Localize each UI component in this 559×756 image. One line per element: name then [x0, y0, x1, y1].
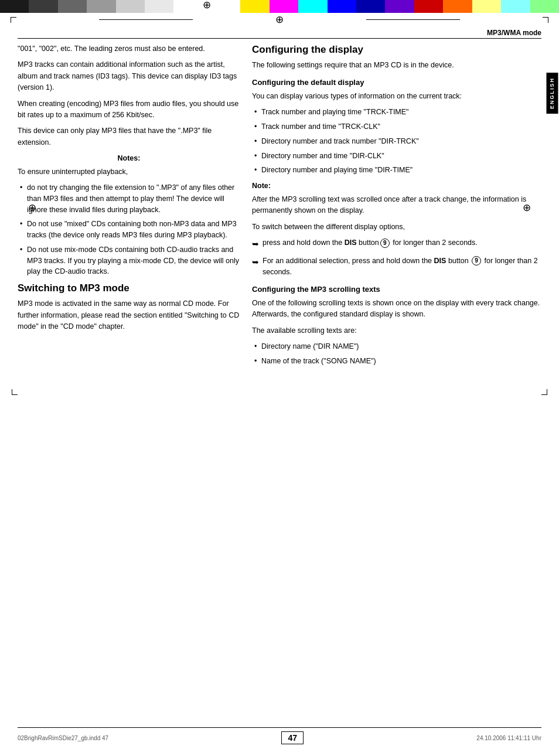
- display-item-4: Directory number and time "DIR-CLK": [252, 151, 541, 162]
- arrow-text-2-after: button: [446, 257, 471, 265]
- cb-red: [414, 0, 443, 13]
- para-id3-tags: MP3 tracks can contain additional inform…: [18, 59, 240, 93]
- scroll-para2: The available scrolling texts are:: [252, 325, 541, 336]
- cb-cyan: [298, 0, 327, 13]
- cb-lightgreen: [530, 0, 559, 13]
- display-item-5: Directory number and playing time "DIR-T…: [252, 165, 541, 176]
- page-header: MP3/WMA mode: [18, 26, 541, 39]
- sub-heading-scrolling-texts: Configuring the MP3 scrolling texts: [252, 284, 541, 295]
- footer: 02BrighRavRimSDie27_gb.indd 47 47 24.10.…: [18, 727, 541, 744]
- cb-yellow: [240, 0, 269, 13]
- note-text: After the MP3 scrolling text was scrolle…: [252, 194, 541, 217]
- cb-black: [0, 0, 29, 13]
- cb-silver: [87, 0, 115, 13]
- color-bar: ⊕: [0, 0, 559, 13]
- arrow-icon-1: ➥: [252, 238, 259, 251]
- main-content-area: ⊕ ⊕ "001", "002", etc. The leading zeros…: [18, 43, 541, 372]
- corner-tr-mark: [543, 17, 548, 23]
- top-line-left: [99, 19, 193, 21]
- scroll-item-2: Name of the track ("SONG NAME"): [252, 356, 541, 367]
- main-heading: Configuring the display: [252, 43, 541, 56]
- left-column: "001", "002", etc. The leading zeros mus…: [18, 43, 240, 372]
- arrow-text-1-after: button: [357, 239, 379, 247]
- notes-section: Notes: To ensure uninterrupted playback,…: [18, 153, 240, 277]
- cb-darkblue: [356, 0, 385, 13]
- scroll-item-1: Directory name ("DIR NAME"): [252, 341, 541, 352]
- footer-left-text: 02BrighRavRimSDie27_gb.indd 47: [18, 735, 108, 741]
- display-item-1: Track number and playing time "TRCK-TIME…: [252, 107, 541, 118]
- note-item-1: do not try changing the file extension t…: [18, 182, 240, 215]
- display-item-3: Directory number and track number "DIR-T…: [252, 136, 541, 147]
- cb-orange: [443, 0, 472, 13]
- cb-purple: [385, 0, 414, 13]
- top-line-right: [366, 19, 460, 21]
- arrow-text-2-before: For an additional selection, press and h…: [263, 257, 434, 265]
- cb-lightyellow: [472, 0, 501, 13]
- note-item-2: Do not use "mixed" CDs containing both n…: [18, 219, 240, 241]
- para-bitrate: When creating (encoding) MP3 files from …: [18, 98, 240, 121]
- cb-white: [145, 0, 173, 13]
- dis-bold-2: DIS: [434, 257, 446, 265]
- note-label: Note:: [252, 181, 541, 192]
- top-border-area: ⊕: [0, 13, 559, 26]
- para-extension: This device can only play MP3 files that…: [18, 125, 240, 148]
- crosshair-top-icon: ⊕: [203, 0, 211, 13]
- notes-intro: To ensure uninterrupted playback,: [18, 166, 240, 178]
- cb-darkgray: [29, 0, 57, 13]
- page-number: 47: [281, 731, 304, 744]
- switching-para: MP3 mode is activated in the same way as…: [18, 298, 240, 332]
- right-intro-para: The following settings require that an M…: [252, 60, 541, 71]
- note-section: Note: After the MP3 scrolling text was s…: [252, 181, 541, 217]
- english-tab: ENGLISH: [547, 73, 558, 114]
- notes-list: do not try changing the file extension t…: [18, 182, 240, 277]
- note-item-3: Do not use mix-mode CDs containing both …: [18, 244, 240, 277]
- cb-gap: [173, 0, 203, 13]
- arrow-text-2: For an additional selection, press and h…: [263, 256, 541, 278]
- sub-heading-default-display: Configuring the default display: [252, 77, 541, 88]
- arrow-item-2: ➥ For an additional selection, press and…: [252, 256, 541, 278]
- header-title: MP3/WMA mode: [487, 29, 541, 37]
- cb-gray: [58, 0, 87, 13]
- scroll-para1: One of the following scrolling texts is …: [252, 298, 541, 321]
- footer-right-text: 24.10.2006 11:41:11 Uhr: [476, 735, 541, 741]
- right-column: ENGLISH Configuring the display The foll…: [252, 43, 541, 372]
- intro-text: "001", "002", etc. The leading zeros mus…: [18, 43, 240, 55]
- scroll-items-list: Directory name ("DIR NAME") Name of the …: [252, 341, 541, 367]
- arrow-text-1: press and hold down the DIS button9 for …: [263, 237, 478, 248]
- arrow-item-1: ➥ press and hold down the DIS button9 fo…: [252, 237, 541, 251]
- sub-para1: You can display various types of informa…: [252, 91, 541, 102]
- dis-bold-1: DIS: [345, 239, 357, 247]
- cb-lightcyan: [501, 0, 530, 13]
- crosshair-top-center-icon: ⊕: [275, 15, 284, 25]
- two-column-content: "001", "002", etc. The leading zeros mus…: [18, 43, 541, 372]
- switch-para: To switch between the different display …: [252, 222, 541, 233]
- arrow-icon-2: ➥: [252, 256, 259, 269]
- display-item-2: Track number and time "TRCK-CLK": [252, 121, 541, 132]
- page-wrapper: MP3/WMA mode ⊕ ⊕ "001", "002", etc. The …: [0, 26, 559, 372]
- arrow-text-1-before: press and hold down the: [263, 239, 345, 247]
- cb-lightgray: [116, 0, 145, 13]
- display-options-list: Track number and playing time "TRCK-TIME…: [252, 107, 541, 176]
- corner-tl-mark: [11, 17, 16, 23]
- circle-9-1: 9: [380, 239, 390, 248]
- cb-gap2: [211, 0, 240, 13]
- cb-blue: [328, 0, 356, 13]
- corner-br-mark: [541, 389, 547, 395]
- bottom-area: [0, 377, 559, 401]
- notes-label: Notes:: [18, 153, 240, 164]
- corner-bl-mark: [12, 389, 18, 395]
- cb-magenta: [270, 0, 298, 13]
- arrow-text-1-end: for longer than 2 seconds.: [391, 239, 478, 247]
- switching-heading: Switching to MP3 mode: [18, 282, 240, 295]
- circle-9-2: 9: [472, 256, 481, 265]
